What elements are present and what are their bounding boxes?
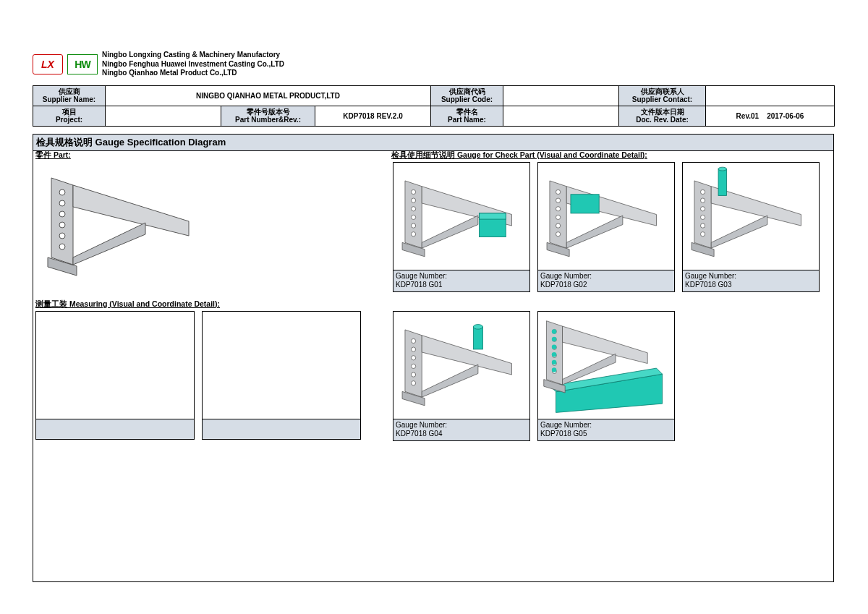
main-content-box: 检具规格说明 Gauge Specification Diagram 零件 Pa… (33, 134, 834, 582)
gauge-number-value: KDP7018 G04 (396, 430, 527, 439)
gauge-card-g03: Gauge Number: KDP7018 G03 (682, 162, 820, 292)
partnum-label: 零件号版本号 Part Number&Rev.: (221, 106, 315, 126)
supplier-contact-label: 供应商联系人 Supplier Contact: (619, 85, 706, 106)
docrev-value: Rev.01 2017-06-06 (706, 106, 835, 126)
partname-value (503, 106, 619, 126)
gauge-card-g01: Gauge Number: KDP7018 G01 (393, 162, 530, 292)
svg-marker-7 (73, 185, 189, 236)
gauge-number-label: Gauge Number: (540, 421, 672, 430)
svg-rect-23 (718, 169, 726, 195)
part-image (37, 163, 203, 279)
svg-point-6 (59, 244, 65, 250)
svg-rect-21 (480, 213, 506, 218)
gauge-card-g04: Gauge Number: KDP7018 G04 (393, 311, 530, 441)
part-label: 零件 Part: (35, 150, 71, 161)
svg-point-2 (59, 200, 65, 206)
supplier-contact-value (706, 85, 835, 106)
header-table: 供应商 Supplier Name: NINGBO QIANHAO METAL … (33, 85, 835, 127)
gauge-card-g02: Gauge Number: KDP7018 G02 (537, 162, 675, 292)
svg-point-34 (552, 367, 557, 372)
supplier-name-value: NINGBO QIANHAO METAL PRODUCT,LTD (106, 85, 431, 106)
svg-point-3 (59, 211, 65, 217)
company-line-1: Ningbo Longxing Casting & Machinery Manu… (102, 51, 284, 60)
company-line-2: Ningbo Fenghua Huawei Investment Casting… (102, 60, 284, 69)
gauge-number-label: Gauge Number: (685, 272, 817, 281)
svg-point-4 (59, 222, 65, 228)
svg-point-33 (552, 359, 557, 364)
document-page: LX HW Ningbo Longxing Casting & Machiner… (33, 51, 834, 582)
partname-label: 零件名 Part Name: (431, 106, 503, 126)
supplier-code-label: 供应商代码 Supplier Code: (431, 85, 503, 106)
logo-lx-icon: LX (33, 54, 63, 74)
supplier-code-value (503, 85, 619, 106)
gauge-number-value: KDP7018 G03 (685, 281, 817, 290)
project-value (106, 106, 221, 126)
svg-rect-22 (571, 194, 599, 213)
company-block: Ningbo Longxing Casting & Machinery Manu… (102, 51, 284, 78)
svg-marker-8 (73, 223, 145, 265)
svg-point-1 (59, 189, 65, 195)
gauge-number-label: Gauge Number: (396, 272, 527, 281)
partnum-value: KDP7018 REV.2.0 (315, 106, 431, 126)
svg-rect-25 (473, 326, 482, 349)
logo-hw-icon: HW (67, 54, 98, 74)
gauge-number-value: KDP7018 G01 (396, 281, 527, 290)
svg-point-30 (552, 336, 557, 341)
svg-point-24 (718, 167, 726, 171)
logo-row: LX HW Ningbo Longxing Casting & Machiner… (33, 51, 834, 78)
docrev-label: 文件版本日期 Doc. Rev. Date: (619, 106, 706, 126)
measuring-label: 测量工装 Measuring (Visual and Coordinate De… (35, 299, 220, 310)
gauge-number-value: KDP7018 G02 (540, 281, 672, 290)
measuring-card-2 (202, 311, 361, 440)
gauge-check-label: 检具使用细节说明 Gauge for Check Part (Visual an… (391, 150, 647, 161)
svg-point-26 (473, 324, 482, 329)
gauge-number-value: KDP7018 G05 (540, 430, 672, 439)
project-label: 项目 Project: (33, 106, 106, 126)
section-title: 检具规格说明 Gauge Specification Diagram (33, 135, 833, 151)
supplier-name-label: 供应商 Supplier Name: (33, 85, 106, 106)
gauge-card-g05: Gauge Number: KDP7018 G05 (537, 311, 675, 441)
bracket-icon (37, 163, 203, 279)
gauge-number-label: Gauge Number: (540, 272, 672, 281)
measuring-card-1 (35, 311, 195, 440)
svg-point-5 (59, 233, 65, 239)
gauge-number-label: Gauge Number: (396, 421, 527, 430)
svg-point-29 (552, 329, 557, 334)
svg-point-31 (552, 344, 557, 349)
company-line-3: Ningbo Qianhao Metal Product Co.,LTD (102, 69, 284, 78)
svg-point-32 (552, 352, 557, 357)
